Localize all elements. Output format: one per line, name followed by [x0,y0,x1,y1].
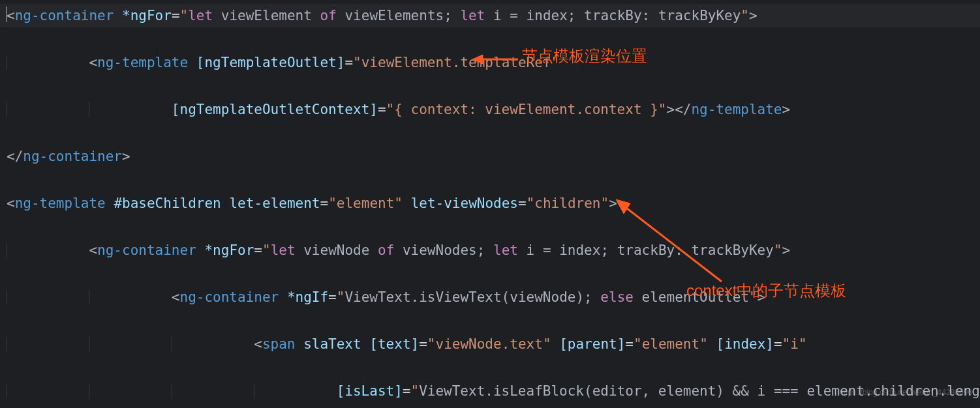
attr: *ngFor [122,8,172,23]
code-line[interactable]: <ng-container *ngIf="ViewText.isViewText… [7,285,973,309]
code-line[interactable]: <span slaText [text]="viewNode.text" [pa… [7,332,973,356]
tag: ng-container [15,8,114,23]
code-line[interactable]: <ng-container *ngFor="let viewNode of vi… [7,239,973,262]
attr: [ngTemplateOutletContext] [172,102,378,117]
watermark: https://blog.csdn.net/weixin_44280696 [839,381,972,404]
code-line[interactable]: [ngTemplateOutletContext]="{ context: vi… [7,98,973,121]
code-line[interactable]: <ng-container *ngFor="let viewElement of… [7,4,973,27]
code-line[interactable]: <ng-template [ngTemplateOutlet]="viewEle… [7,51,973,74]
code-line[interactable]: [isLast]="ViewText.isLeafBlock(editor, e… [7,379,973,403]
code-block[interactable]: <ng-container *ngFor="let viewElement of… [0,0,980,408]
code-line[interactable]: <ng-template #baseChildren let-element="… [7,192,973,215]
code-line[interactable]: </ng-container> [7,145,973,168]
angle-bracket: < [7,8,15,23]
attr: [ngTemplateOutlet] [196,55,345,70]
code-editor[interactable]: <ng-container *ngFor="let viewElement of… [0,0,980,408]
tag: ng-template [97,55,188,70]
